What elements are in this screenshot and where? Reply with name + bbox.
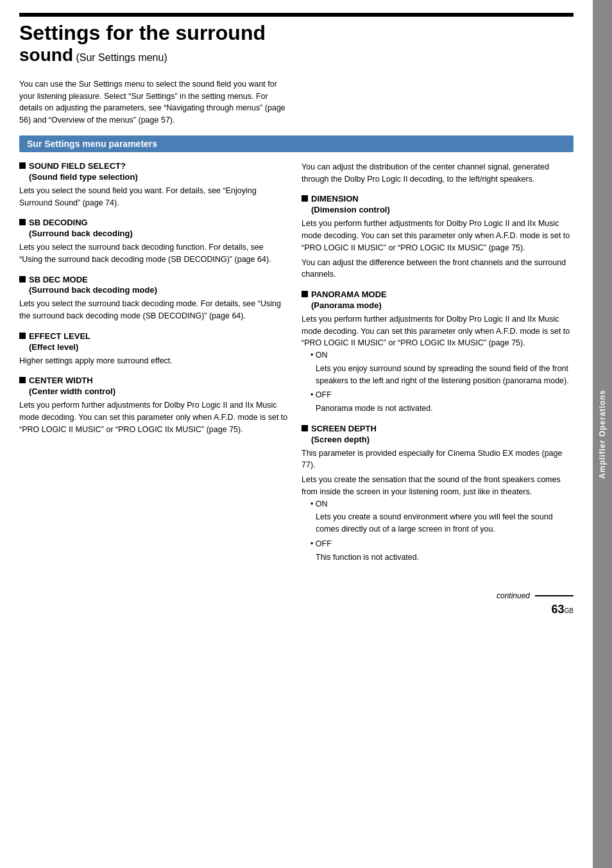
square-icon bbox=[19, 276, 26, 282]
square-icon bbox=[302, 425, 308, 431]
continued-label: continued bbox=[497, 591, 530, 600]
param-sb-decoding: SB DECODING (Surround back decoding) Let… bbox=[19, 218, 289, 265]
param-desc2: Lets you create the sensation that the s… bbox=[302, 474, 574, 498]
sidebar: Amplifier Operations bbox=[593, 0, 612, 868]
square-icon bbox=[302, 195, 308, 202]
param-extra: You can adjust the difference between th… bbox=[302, 257, 574, 281]
param-desc: Lets you select the surround back decodi… bbox=[19, 298, 289, 322]
param-desc: Lets you perform further adjustments for… bbox=[302, 313, 574, 349]
param-panorama-mode: PANORAMA MODE (Panorama mode) Lets you p… bbox=[302, 290, 574, 415]
bullet-off: • OFF bbox=[310, 389, 574, 401]
bullet-on: • ON bbox=[310, 349, 574, 361]
param-screen-depth: SCREEN DEPTH (Screen depth) This paramet… bbox=[302, 424, 574, 564]
param-sound-field-select: SOUND FIELD SELECT? (Sound field type se… bbox=[19, 161, 289, 209]
bullet-on: • ON bbox=[310, 498, 574, 510]
square-icon bbox=[19, 333, 26, 339]
param-desc: Lets you select the surround back decodi… bbox=[19, 241, 289, 266]
param-sb-dec-mode: SB DEC MODE (Surround back decoding mode… bbox=[19, 275, 289, 322]
bullet-off-desc: Panorama mode is not activated. bbox=[316, 403, 574, 415]
title-line2: sound bbox=[19, 45, 73, 65]
top-bar bbox=[19, 13, 574, 17]
main-content: Settings for the surround sound (Sur Set… bbox=[0, 0, 593, 868]
square-icon bbox=[19, 377, 26, 383]
param-desc: Higher settings apply more surround effe… bbox=[19, 355, 289, 367]
param-center-width: CENTER WIDTH (Center width control) Lets… bbox=[19, 376, 289, 435]
page-title: Settings for the surround sound (Sur Set… bbox=[19, 22, 574, 72]
title-suffix: (Sur Settings menu) bbox=[73, 52, 167, 63]
right-column: You can adjust the distribution of the c… bbox=[302, 161, 574, 849]
param-effect-level: EFFECT LEVEL (Effect level) Higher setti… bbox=[19, 331, 289, 367]
param-desc: Lets you perform further adjustments for… bbox=[302, 218, 574, 254]
page-number: 63 bbox=[552, 603, 565, 616]
section-header: Sur Settings menu parameters bbox=[19, 135, 574, 152]
square-icon bbox=[19, 162, 26, 169]
param-desc: Lets you select the sound field you want… bbox=[19, 185, 289, 209]
sidebar-label: Amplifier Operations bbox=[598, 390, 607, 479]
page: Settings for the surround sound (Sur Set… bbox=[0, 0, 612, 868]
center-width-extra: You can adjust the distribution of the c… bbox=[302, 161, 574, 186]
bullet-off: • OFF bbox=[310, 538, 574, 550]
title-line1: Settings for the surround bbox=[19, 22, 574, 44]
square-icon bbox=[302, 291, 308, 297]
two-col-layout: SOUND FIELD SELECT? (Sound field type se… bbox=[19, 161, 574, 849]
bullet-on-desc: Lets you create a sound environment wher… bbox=[316, 511, 574, 535]
param-desc: Lets you perform further adjustments for… bbox=[19, 399, 289, 435]
intro-text: You can use the Sur Settings menu to sel… bbox=[19, 78, 289, 126]
bullet-on-desc: Lets you enjoy surround sound by spreadi… bbox=[316, 363, 574, 387]
left-column: SOUND FIELD SELECT? (Sound field type se… bbox=[19, 161, 289, 849]
continued-line bbox=[535, 595, 574, 596]
page-suffix: GB bbox=[565, 607, 574, 614]
param-desc: This parameter is provided especially fo… bbox=[302, 447, 574, 472]
bullet-off-desc: This function is not activated. bbox=[316, 551, 574, 564]
square-icon bbox=[19, 219, 26, 225]
param-dimension: DIMENSION (Dimension control) Lets you p… bbox=[302, 194, 574, 281]
